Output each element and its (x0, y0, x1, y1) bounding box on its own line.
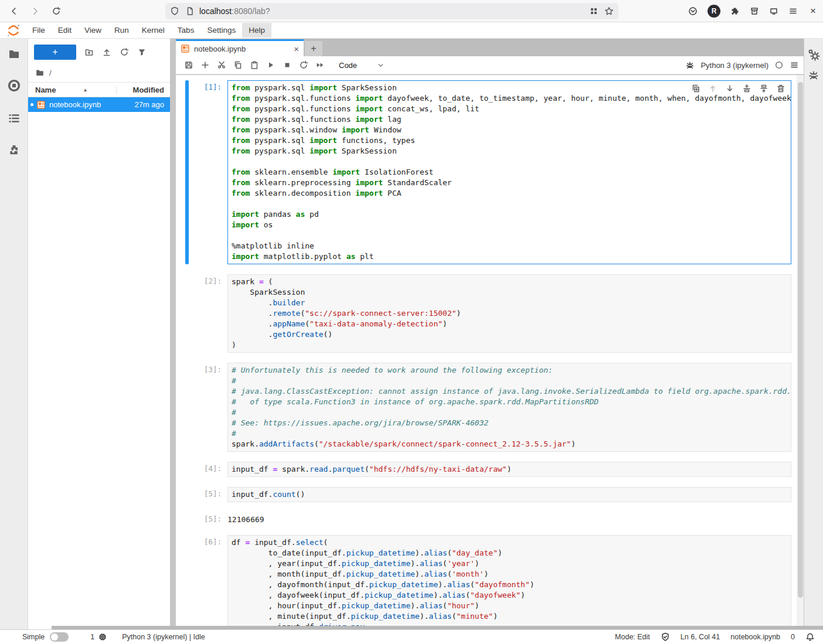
tab-title[interactable]: notebook.ipynb (194, 45, 246, 53)
menu-tabs[interactable]: Tabs (171, 23, 201, 38)
output-text: 12106669 (227, 512, 264, 525)
property-inspector-icon[interactable] (807, 48, 820, 61)
notebook-scrollbar[interactable] (797, 75, 804, 629)
run-cell-button[interactable] (263, 57, 279, 73)
back-icon[interactable] (6, 3, 22, 19)
running-kernels-icon[interactable] (0, 73, 28, 98)
notebook-cells: [1]:from pyspark.sql import SparkSession… (176, 75, 797, 629)
insert-cell-below-icon[interactable] (759, 83, 769, 94)
main-area: + / Name ▲ Modified notebook.ipynb 27m a… (0, 39, 823, 629)
file-row-selected[interactable]: notebook.ipynb 27m ago (28, 97, 170, 112)
status-bar: Simple 1 Python 3 (ipykernel) | Idle Mod… (0, 629, 823, 644)
copy-cell-button[interactable] (230, 57, 246, 73)
input-prompt: [5]: (189, 487, 227, 502)
new-tab-button[interactable]: + (305, 41, 322, 56)
jupyter-logo (5, 23, 22, 38)
url-bar[interactable]: localhost:8080/lab? (165, 3, 618, 19)
tab-notebook[interactable]: notebook.ipynb × (176, 39, 304, 56)
new-launcher-button[interactable]: + (34, 45, 76, 60)
kernel-name[interactable]: Python 3 (ipykernel) (700, 61, 768, 70)
menu-settings[interactable]: Settings (200, 23, 242, 38)
menu-view[interactable]: View (78, 23, 108, 38)
move-cell-up-icon[interactable] (708, 83, 718, 94)
table-of-contents-icon[interactable] (0, 105, 28, 131)
window-close-icon[interactable]: × (808, 5, 818, 17)
shield-check-icon (661, 632, 670, 642)
menu-help[interactable]: Help (242, 23, 271, 38)
forward-icon[interactable] (27, 3, 43, 19)
shield-icon[interactable] (170, 6, 179, 16)
code-cell: [6]:df = input_df.select( to_date(input_… (176, 535, 797, 629)
kernel-status-text[interactable]: Python 3 (ipykernel) | Idle (122, 633, 205, 641)
debugger-panel-icon[interactable] (808, 69, 819, 81)
filter-icon[interactable] (137, 47, 147, 57)
menubar-items: FileEditViewRunKernelTabsSettingsHelp (26, 22, 271, 38)
code-cell: [5]:input_df.count() (176, 487, 797, 502)
mode-indicator[interactable]: Mode: Edit (615, 633, 650, 641)
kernel-count[interactable]: 1 (90, 633, 94, 641)
paste-cell-button[interactable] (246, 57, 263, 73)
menu-edit[interactable]: Edit (52, 23, 78, 38)
display-icon[interactable] (769, 6, 778, 16)
move-cell-down-icon[interactable] (725, 83, 735, 94)
profile-avatar[interactable]: R (708, 5, 720, 18)
statusbar-filename: notebook.ipynb (730, 633, 780, 641)
add-cell-button[interactable] (197, 57, 213, 73)
file-name[interactable]: notebook.ipynb (49, 100, 134, 109)
column-header-modified[interactable]: Modified (116, 86, 170, 94)
restart-run-all-button[interactable] (312, 57, 328, 73)
debugger-bug-icon[interactable] (685, 60, 695, 70)
cell-editor[interactable]: df = input_df.select( to_date(input_df.p… (227, 535, 791, 629)
file-modified: 27m ago (134, 100, 170, 109)
notebook-file-icon (36, 100, 46, 110)
duplicate-cell-icon[interactable] (691, 83, 701, 94)
extensions-icon[interactable] (730, 6, 740, 16)
browser-menu-icon[interactable] (788, 6, 798, 16)
upload-icon[interactable] (102, 47, 111, 57)
url-text[interactable]: localhost:8080/lab? (199, 6, 589, 16)
delete-cell-icon[interactable] (776, 83, 786, 94)
menu-kernel[interactable]: Kernel (135, 23, 171, 38)
input-prompt: [3]: (189, 363, 227, 452)
input-prompt: [4]: (189, 462, 227, 477)
breadcrumb[interactable]: / (28, 64, 170, 82)
cell-editor[interactable]: input_df = spark.read.parquet("hdfs://hd… (227, 462, 791, 477)
cursor-position[interactable]: Ln 6, Col 41 (681, 633, 720, 641)
kernel-status-circle-icon (774, 60, 784, 70)
new-folder-icon[interactable] (84, 47, 94, 57)
grid-icon[interactable] (589, 6, 598, 16)
menu-run[interactable]: Run (108, 23, 135, 38)
file-browser-icon[interactable] (0, 41, 28, 67)
extension-manager-icon[interactable] (0, 137, 28, 163)
cell-editor[interactable]: input_df.count() (227, 487, 791, 502)
output-prompt: [5]: (189, 512, 227, 525)
cell-editor[interactable]: spark = ( SparkSession .builder .remote(… (227, 274, 791, 353)
tab-close-icon[interactable]: × (294, 44, 299, 54)
cut-cell-button[interactable] (213, 57, 230, 73)
notebook-menu-icon[interactable] (790, 60, 799, 70)
input-prompt: [2]: (189, 274, 227, 353)
notebook-tab-icon (181, 44, 190, 53)
refresh-icon[interactable] (120, 47, 129, 57)
interrupt-kernel-button[interactable] (279, 57, 295, 73)
cell-type-dropdown[interactable]: Code (339, 61, 385, 70)
scrollbar-thumb[interactable] (798, 82, 803, 598)
pocket-icon[interactable] (688, 6, 698, 16)
reload-icon[interactable] (48, 3, 64, 19)
sort-ascending-icon: ▲ (83, 87, 87, 93)
save-button[interactable] (181, 57, 197, 73)
bookmark-star-icon[interactable] (604, 6, 614, 16)
home-folder-icon[interactable] (35, 68, 45, 77)
restart-kernel-button[interactable] (295, 57, 312, 73)
cell-editor[interactable]: from pyspark.sql import SparkSessionfrom… (227, 80, 791, 264)
notification-count[interactable]: 0 (791, 633, 795, 641)
column-header-name[interactable]: Name ▲ (28, 86, 116, 94)
insert-cell-above-icon[interactable] (742, 83, 752, 94)
menu-file[interactable]: File (26, 23, 52, 38)
bell-icon[interactable] (805, 632, 815, 642)
cell-editor[interactable]: # Unfortunately this is needed to work a… (227, 363, 791, 452)
library-icon[interactable] (750, 6, 759, 16)
code-cell: [4]:input_df = spark.read.parquet("hdfs:… (176, 462, 797, 477)
simple-mode-toggle[interactable] (50, 632, 69, 642)
notebook-toolbar: Code Python 3 (ipykernel) (176, 56, 804, 74)
